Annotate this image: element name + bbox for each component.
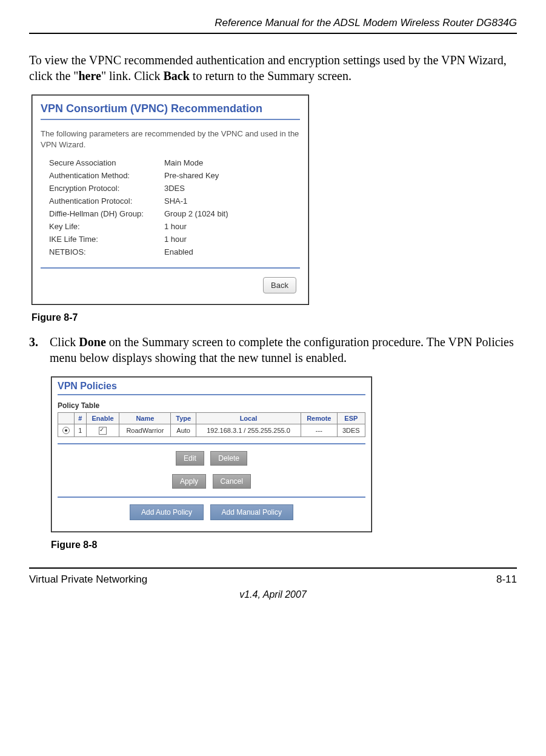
row-type: Auto <box>171 424 196 437</box>
figure-caption-1: Figure 8-7 <box>32 312 517 323</box>
vpn-policies-title: VPN Policies <box>58 381 365 392</box>
divider <box>41 119 300 120</box>
col-name: Name <box>119 413 171 424</box>
delete-button[interactable]: Delete <box>210 451 247 466</box>
col-remote: Remote <box>301 413 337 424</box>
vpnc-intro: The following parameters are recommended… <box>41 129 300 150</box>
param-row: Authentication Method:Pre-shared Key <box>41 171 300 180</box>
param-value: Enabled <box>164 247 300 256</box>
button-row-3: Add Auto Policy Add Manual Policy <box>58 503 365 522</box>
param-value: Pre-shared Key <box>164 171 300 180</box>
row-radio[interactable] <box>58 424 75 437</box>
col-enable: Enable <box>86 413 119 424</box>
step-text: Click Done on the Summary screen to comp… <box>50 334 517 366</box>
param-row: Secure AssociationMain Mode <box>41 158 300 167</box>
col-local: Local <box>196 413 301 424</box>
param-key: NETBIOS: <box>49 247 164 256</box>
step3-pre: Click <box>50 335 79 349</box>
param-value: Main Mode <box>164 158 300 167</box>
divider <box>58 443 365 444</box>
footer-left: Virtual Private Networking <box>29 574 147 586</box>
param-key: Key Life: <box>49 222 164 231</box>
radio-icon <box>62 427 70 434</box>
param-key: Encryption Protocol: <box>49 184 164 193</box>
param-row: Authentication Protocol:SHA-1 <box>41 196 300 206</box>
param-key: IKE Life Time: <box>49 235 164 244</box>
button-row-2: Apply Cancel <box>58 472 365 490</box>
param-key: Diffie-Hellman (DH) Group: <box>49 209 164 218</box>
policy-table: # Enable Name Type Local Remote ESP 1 Ro… <box>58 412 365 437</box>
col-radio <box>58 413 75 424</box>
param-value: SHA-1 <box>164 196 300 206</box>
apply-button[interactable]: Apply <box>172 474 206 489</box>
edit-button[interactable]: Edit <box>176 451 204 466</box>
figure-caption-2: Figure 8-8 <box>51 540 517 550</box>
cancel-button[interactable]: Cancel <box>213 474 251 489</box>
row-name-cell: RoadWarrior <box>119 424 171 437</box>
row-esp: 3DES <box>337 424 365 437</box>
col-num: # <box>74 413 86 424</box>
page-footer: Virtual Private Networking 8-11 <box>29 567 517 586</box>
param-row: Encryption Protocol:3DES <box>41 184 300 193</box>
footer-center: v1.4, April 2007 <box>29 589 517 600</box>
divider <box>58 497 365 498</box>
param-key: Authentication Method: <box>49 171 164 180</box>
intro-text-post: to return to the Summary screen. <box>190 69 351 82</box>
here-link: here <box>78 69 101 82</box>
divider <box>58 394 365 395</box>
row-remote: --- <box>301 424 337 437</box>
table-header-row: # Enable Name Type Local Remote ESP <box>58 413 365 424</box>
step-number: 3. <box>29 334 50 366</box>
row-enable[interactable] <box>86 424 119 437</box>
intro-text-mid: " link. Click <box>101 69 164 82</box>
param-value: 3DES <box>164 184 300 193</box>
param-row: NETBIOS:Enabled <box>41 247 300 256</box>
param-value: 1 hour <box>164 222 300 231</box>
table-row: 1 RoadWarrior Auto 192.168.3.1 / 255.255… <box>58 424 365 437</box>
back-button[interactable]: Back <box>263 277 296 293</box>
col-esp: ESP <box>337 413 365 424</box>
vpn-policies-screenshot: VPN Policies Policy Table # Enable Name … <box>51 376 372 532</box>
add-auto-policy-button[interactable]: Add Auto Policy <box>130 504 204 520</box>
divider <box>41 267 300 269</box>
add-manual-policy-button[interactable]: Add Manual Policy <box>210 504 293 520</box>
col-type: Type <box>171 413 196 424</box>
param-row: Diffie-Hellman (DH) Group:Group 2 (1024 … <box>41 209 300 218</box>
intro-paragraph: To view the VPNC recommended authenticat… <box>29 52 517 84</box>
checkbox-icon <box>99 427 107 435</box>
vpnc-title: VPN Consortium (VPNC) Recommendation <box>41 102 300 115</box>
param-value: Group 2 (1024 bit) <box>164 209 300 218</box>
step3-post: on the Summary screen to complete the co… <box>50 335 514 364</box>
param-key: Authentication Protocol: <box>49 196 164 206</box>
param-row: Key Life:1 hour <box>41 222 300 231</box>
button-row-1: Edit Delete <box>58 449 365 467</box>
policy-table-subhead: Policy Table <box>58 401 365 410</box>
row-local: 192.168.3.1 / 255.255.255.0 <box>196 424 301 437</box>
done-bold: Done <box>79 335 105 349</box>
param-row: IKE Life Time:1 hour <box>41 235 300 244</box>
back-bold: Back <box>163 69 189 82</box>
vpnc-screenshot: VPN Consortium (VPNC) Recommendation The… <box>32 95 309 305</box>
footer-right: 8-11 <box>496 574 517 586</box>
param-key: Secure Association <box>49 158 164 167</box>
page-header: Reference Manual for the ADSL Modem Wire… <box>29 17 517 34</box>
step-3: 3. Click Done on the Summary screen to c… <box>29 334 517 366</box>
row-num: 1 <box>74 424 86 437</box>
param-value: 1 hour <box>164 235 300 244</box>
